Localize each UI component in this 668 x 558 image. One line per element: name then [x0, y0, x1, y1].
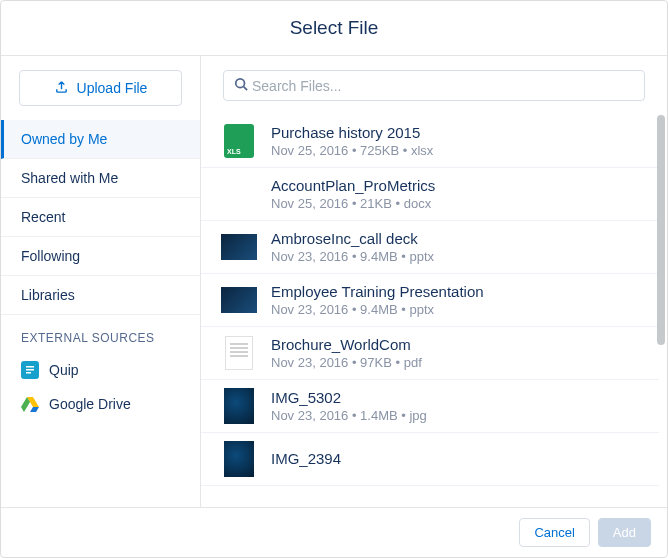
- svg-rect-2: [26, 369, 34, 371]
- file-info: AmbroseInc_call deckNov 23, 2016 • 9.4MB…: [271, 230, 639, 264]
- sidebar-item-following[interactable]: Following: [1, 237, 200, 276]
- file-info: IMG_2394: [271, 450, 639, 469]
- sidebar-item-label: Libraries: [21, 287, 75, 303]
- file-name: IMG_5302: [271, 389, 639, 406]
- svg-rect-1: [26, 366, 34, 368]
- search-wrap: [201, 56, 667, 115]
- file-thumbnail-pdf: [221, 335, 257, 371]
- file-meta: Nov 23, 2016 • 1.4MB • jpg: [271, 408, 639, 423]
- file-info: Employee Training PresentationNov 23, 20…: [271, 283, 639, 317]
- search-box[interactable]: [223, 70, 645, 101]
- file-thumbnail-pptx: [221, 229, 257, 265]
- file-meta: Nov 23, 2016 • 9.4MB • pptx: [271, 249, 639, 264]
- file-row[interactable]: AmbroseInc_call deckNov 23, 2016 • 9.4MB…: [201, 221, 659, 274]
- external-source-quip[interactable]: Quip: [1, 353, 200, 387]
- file-info: IMG_5302Nov 23, 2016 • 1.4MB • jpg: [271, 389, 639, 423]
- modal-title: Select File: [1, 17, 667, 39]
- svg-rect-3: [26, 372, 31, 374]
- file-info: AccountPlan_ProMetricsNov 25, 2016 • 21K…: [271, 177, 639, 211]
- file-row[interactable]: Brochure_WorldComNov 23, 2016 • 97KB • p…: [201, 327, 659, 380]
- sidebar-item-label: Following: [21, 248, 80, 264]
- file-name: Purchase history 2015: [271, 124, 639, 141]
- modal-header: Select File: [1, 1, 667, 56]
- file-info: Purchase history 2015Nov 25, 2016 • 725K…: [271, 124, 639, 158]
- sidebar-item-label: Shared with Me: [21, 170, 118, 186]
- external-source-label: Google Drive: [49, 396, 131, 412]
- select-file-modal: Select File Upload File Owned by MeShare…: [0, 0, 668, 558]
- file-thumbnail-xls: [221, 123, 257, 159]
- sidebar-item-shared-with-me[interactable]: Shared with Me: [1, 159, 200, 198]
- file-name: AccountPlan_ProMetrics: [271, 177, 639, 194]
- file-name: IMG_2394: [271, 450, 639, 467]
- file-row[interactable]: IMG_2394: [201, 433, 659, 486]
- modal-body: Upload File Owned by MeShared with MeRec…: [1, 56, 667, 507]
- sidebar-item-owned-by-me[interactable]: Owned by Me: [1, 120, 200, 159]
- file-row[interactable]: Purchase history 2015Nov 25, 2016 • 725K…: [201, 115, 659, 168]
- external-sources-title: EXTERNAL SOURCES: [1, 315, 200, 353]
- file-row[interactable]: AccountPlan_ProMetricsNov 25, 2016 • 21K…: [201, 168, 659, 221]
- sidebar: Upload File Owned by MeShared with MeRec…: [1, 56, 201, 507]
- file-meta: Nov 23, 2016 • 9.4MB • pptx: [271, 302, 639, 317]
- file-row[interactable]: IMG_5302Nov 23, 2016 • 1.4MB • jpg: [201, 380, 659, 433]
- svg-point-7: [236, 79, 245, 88]
- upload-icon: [54, 79, 69, 97]
- file-thumbnail-blank: [221, 176, 257, 212]
- file-thumbnail-jpg: [221, 388, 257, 424]
- external-source-google-drive[interactable]: Google Drive: [1, 387, 200, 421]
- modal-footer: Cancel Add: [1, 507, 667, 557]
- file-thumbnail-jpg: [221, 441, 257, 477]
- file-info: Brochure_WorldComNov 23, 2016 • 97KB • p…: [271, 336, 639, 370]
- file-list[interactable]: Purchase history 2015Nov 25, 2016 • 725K…: [201, 115, 667, 507]
- file-name: Brochure_WorldCom: [271, 336, 639, 353]
- search-input[interactable]: [252, 78, 634, 94]
- search-icon: [234, 77, 248, 94]
- file-thumbnail-pptx: [221, 282, 257, 318]
- sidebar-item-libraries[interactable]: Libraries: [1, 276, 200, 315]
- cancel-button[interactable]: Cancel: [519, 518, 589, 547]
- sidebar-item-label: Owned by Me: [21, 131, 107, 147]
- google-drive-icon: [21, 395, 39, 413]
- sidebar-item-recent[interactable]: Recent: [1, 198, 200, 237]
- file-name: Employee Training Presentation: [271, 283, 639, 300]
- add-button[interactable]: Add: [598, 518, 651, 547]
- file-name: AmbroseInc_call deck: [271, 230, 639, 247]
- quip-icon: [21, 361, 39, 379]
- upload-button-label: Upload File: [77, 80, 148, 96]
- external-source-label: Quip: [49, 362, 79, 378]
- scrollbar[interactable]: [657, 115, 665, 345]
- main-panel: Purchase history 2015Nov 25, 2016 • 725K…: [201, 56, 667, 507]
- file-meta: Nov 25, 2016 • 21KB • docx: [271, 196, 639, 211]
- sidebar-item-label: Recent: [21, 209, 65, 225]
- svg-marker-5: [30, 407, 39, 412]
- file-row[interactable]: Employee Training PresentationNov 23, 20…: [201, 274, 659, 327]
- file-meta: Nov 23, 2016 • 97KB • pdf: [271, 355, 639, 370]
- upload-file-button[interactable]: Upload File: [19, 70, 182, 106]
- file-meta: Nov 25, 2016 • 725KB • xlsx: [271, 143, 639, 158]
